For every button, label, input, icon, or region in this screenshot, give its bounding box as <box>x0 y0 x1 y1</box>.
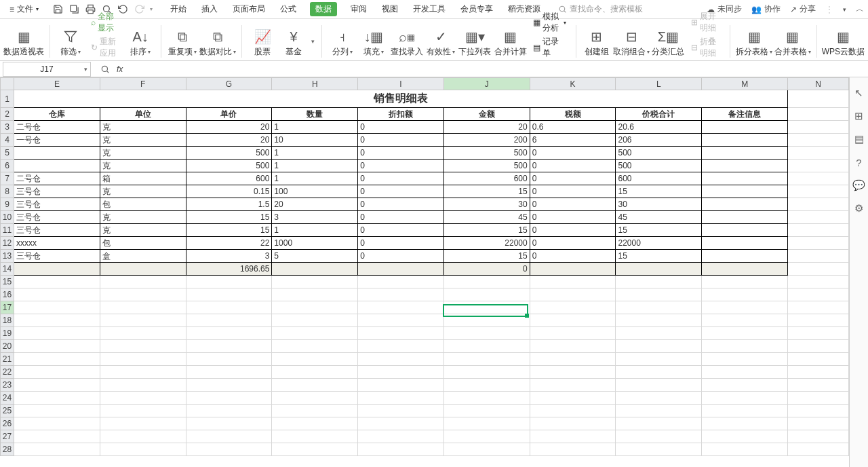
cell[interactable] <box>272 301 358 314</box>
menu-tab-8[interactable]: 会员专享 <box>459 1 494 18</box>
cell[interactable] <box>530 327 616 340</box>
cell[interactable]: 0 <box>530 237 616 250</box>
cell[interactable] <box>616 340 702 353</box>
col-header-F[interactable]: F <box>100 78 186 90</box>
cell[interactable] <box>100 353 186 366</box>
cell[interactable] <box>616 430 702 443</box>
col-title-1[interactable]: 单位 <box>100 108 186 121</box>
cell-sum[interactable]: 1696.65 <box>186 263 272 276</box>
cell[interactable] <box>186 443 272 456</box>
menu-tab-3[interactable]: 公式 <box>279 1 298 18</box>
row-header-3[interactable]: 3 <box>1 121 14 134</box>
cell[interactable] <box>14 430 100 443</box>
cell[interactable] <box>272 405 358 417</box>
record-form-button[interactable]: ▤记录单 <box>533 36 566 59</box>
row-header-20[interactable]: 20 <box>1 340 14 353</box>
cell[interactable]: 0 <box>358 185 444 198</box>
row-header-7[interactable]: 7 <box>1 172 14 185</box>
cell[interactable] <box>530 276 616 288</box>
cell[interactable] <box>443 340 530 353</box>
row-header-6[interactable]: 6 <box>1 160 14 172</box>
cell[interactable] <box>100 443 186 456</box>
cell[interactable] <box>272 392 358 405</box>
cell[interactable]: 二号仓 <box>14 121 100 134</box>
cell[interactable]: 包 <box>100 237 186 250</box>
cell[interactable] <box>616 327 702 340</box>
cell[interactable] <box>14 366 100 379</box>
cell[interactable] <box>443 405 530 417</box>
cell[interactable]: 0 <box>530 160 616 172</box>
cell[interactable]: 0 <box>530 185 616 198</box>
cell[interactable] <box>358 288 444 301</box>
cell[interactable]: 5 <box>272 250 358 263</box>
menu-tab-2[interactable]: 页面布局 <box>231 1 267 18</box>
cell[interactable] <box>530 392 616 405</box>
cell[interactable]: 0 <box>530 172 616 185</box>
cell[interactable] <box>788 366 849 379</box>
cell[interactable]: 100 <box>272 185 358 198</box>
cell[interactable] <box>788 288 849 301</box>
cell[interactable]: 0 <box>530 198 616 211</box>
cell[interactable] <box>100 430 186 443</box>
cell[interactable] <box>272 327 358 340</box>
cell[interactable]: 30 <box>616 198 702 211</box>
cell[interactable] <box>788 301 849 314</box>
cell[interactable]: 15 <box>443 224 530 237</box>
row-header-8[interactable]: 8 <box>1 185 14 198</box>
cell[interactable]: 0 <box>358 160 444 172</box>
cell[interactable]: 克 <box>100 147 186 160</box>
cell[interactable] <box>443 301 530 314</box>
cell[interactable] <box>788 327 849 340</box>
cell[interactable] <box>702 172 788 185</box>
cell[interactable] <box>702 340 788 353</box>
cell[interactable]: 500 <box>616 147 702 160</box>
cell[interactable] <box>788 443 849 456</box>
cell-sum[interactable] <box>14 263 100 276</box>
subtotal-button[interactable]: Σ▦分类汇总 <box>652 27 684 60</box>
cell[interactable] <box>702 405 788 417</box>
cell[interactable] <box>272 340 358 353</box>
cell[interactable] <box>443 366 530 379</box>
cell[interactable] <box>530 443 616 456</box>
row-header-23[interactable]: 23 <box>1 379 14 392</box>
row-header-1[interactable]: 1 <box>1 90 14 108</box>
text-to-columns-button[interactable]: ⫞分列▾ <box>329 27 356 60</box>
cell[interactable] <box>272 443 358 456</box>
col-title-4[interactable]: 折扣额 <box>358 108 444 121</box>
menu-tab-6[interactable]: 视图 <box>380 1 399 18</box>
cell-sum[interactable]: 0 <box>443 263 530 276</box>
cell[interactable] <box>702 134 788 147</box>
cell[interactable] <box>14 160 100 172</box>
duplicates-button[interactable]: ⧉重复项▾ <box>168 27 197 60</box>
menu-tab-4[interactable]: 数据 <box>310 2 337 16</box>
row-header-11[interactable]: 11 <box>1 224 14 237</box>
row-header-27[interactable]: 27 <box>1 430 14 443</box>
cell[interactable] <box>788 430 849 443</box>
cell[interactable]: 克 <box>100 160 186 172</box>
cell[interactable] <box>358 443 444 456</box>
cell[interactable] <box>702 121 788 134</box>
row-header-21[interactable]: 21 <box>1 353 14 366</box>
row-header-26[interactable]: 26 <box>1 417 14 430</box>
cell[interactable]: 22 <box>186 237 272 250</box>
cell[interactable]: 克 <box>100 121 186 134</box>
cell[interactable] <box>14 392 100 405</box>
cell[interactable]: 0 <box>530 250 616 263</box>
cell[interactable] <box>358 301 444 314</box>
row-header-14[interactable]: 14 <box>1 263 14 276</box>
share-button[interactable]: ↗分享 <box>790 3 816 15</box>
cell[interactable] <box>14 301 100 314</box>
cell[interactable] <box>616 417 702 430</box>
cell[interactable] <box>443 327 530 340</box>
cell[interactable]: 三号仓 <box>14 185 100 198</box>
qat-dropdown-icon[interactable]: ▾ <box>150 6 153 12</box>
cell[interactable] <box>14 353 100 366</box>
cell[interactable] <box>443 379 530 392</box>
cell[interactable] <box>788 340 849 353</box>
cell[interactable] <box>186 366 272 379</box>
cell[interactable] <box>702 147 788 160</box>
cell[interactable] <box>186 417 272 430</box>
cell[interactable] <box>616 353 702 366</box>
cell[interactable] <box>14 314 100 327</box>
cell[interactable]: 15 <box>186 211 272 224</box>
